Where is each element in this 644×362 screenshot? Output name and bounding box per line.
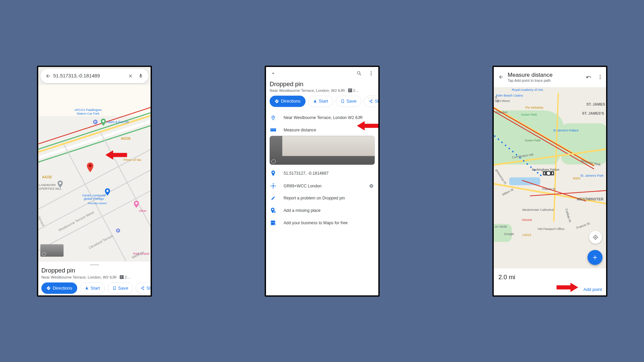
share-button[interactable]: Sha [364, 96, 378, 107]
pluscode-row[interactable]: GR89+WCC London ? [266, 180, 378, 192]
poi-recently-viewed: Recently viewed [88, 201, 106, 204]
back-icon[interactable] [43, 71, 53, 81]
poi-adam-eve[interactable]: Adam & Eve DD [106, 120, 129, 124]
store-pin-icon[interactable] [105, 188, 110, 195]
measure-subtitle: Tap Add point to trace path [507, 78, 583, 82]
directions-icon [274, 99, 279, 104]
share-icon [141, 286, 145, 290]
area-st-james: ST. JAMES'S [582, 111, 604, 115]
save-button[interactable]: Save [107, 282, 133, 294]
svg-text:?: ? [370, 184, 372, 187]
add-point-fab[interactable] [587, 250, 602, 265]
area-on-yards: on Yards [495, 225, 507, 229]
svg-point-19 [273, 183, 274, 184]
poi-westminster-cath[interactable]: Westminster Cathedral [522, 208, 553, 212]
svg-point-38 [508, 147, 510, 149]
distance-bar: 2.0 mi Add point [494, 268, 606, 295]
coordinates-row[interactable]: 51.5173127, -0.1814887 [266, 167, 378, 180]
share-button[interactable]: Sha [136, 282, 152, 294]
poi-royal-academy[interactable]: Royal Academy of Arts [512, 88, 543, 92]
svg-point-21 [275, 185, 276, 186]
report-problem-row[interactable]: Report a problem on Dropped pin [266, 192, 378, 204]
road-a4206-2: A4206 [42, 175, 52, 179]
poi-palm-beach[interactable]: Palm Beach Casino [496, 94, 523, 97]
phone-screenshot-2: Dropped pin Near Westbourne Terrace, Lon… [265, 65, 380, 296]
svg-point-43 [526, 163, 528, 165]
sheet-header [266, 67, 378, 80]
svg-marker-9 [105, 150, 127, 160]
svg-point-47 [540, 174, 541, 176]
road-a4206: A4206 [121, 136, 130, 140]
add-business-row[interactable]: Add your business to Maps for free [266, 217, 378, 229]
poi-green-park-station[interactable]: Green Park [521, 113, 537, 116]
directions-button[interactable]: Directions [41, 282, 77, 294]
svg-marker-54 [556, 283, 578, 292]
store-icon [269, 220, 277, 225]
road-terrace: Terrace [37, 215, 46, 227]
poi-centro[interactable]: Centro comercial global Thinkgo [82, 193, 105, 201]
search-icon[interactable] [355, 69, 363, 77]
lodging-pin-icon[interactable] [133, 200, 139, 208]
svg-point-31 [599, 76, 600, 77]
measure-title: Measure distance [507, 71, 583, 78]
directions-icon [46, 286, 51, 290]
dropped-pin-marker[interactable] [87, 162, 93, 172]
drag-handle[interactable] [90, 264, 99, 265]
collapse-icon[interactable] [269, 69, 277, 77]
locate-button[interactable] [589, 231, 602, 244]
clear-icon[interactable] [125, 71, 136, 81]
search-bar[interactable] [40, 69, 149, 83]
more-icon[interactable] [596, 74, 604, 80]
add-point-link[interactable]: Add point [583, 287, 602, 292]
help-icon[interactable]: ? [369, 183, 374, 188]
svg-point-13 [272, 116, 273, 117]
directions-button[interactable]: Directions [269, 96, 305, 107]
place-card[interactable]: Dropped pin Near Westbourne Terrace, Lon… [38, 261, 151, 295]
back-icon[interactable] [496, 74, 506, 80]
place-pin-icon[interactable] [101, 118, 106, 126]
navigate-icon [313, 99, 317, 103]
add-place-icon [269, 207, 277, 213]
mic-icon[interactable] [136, 71, 146, 81]
map-canvas[interactable]: APCOA Paddington Station Car Park Adam &… [38, 67, 151, 295]
svg-point-32 [599, 78, 600, 79]
poi-st-james-palace[interactable]: St James's Palace [553, 128, 579, 132]
poi-victoria[interactable]: Victoria [522, 218, 532, 222]
place-subtitle: Near Westbourne Terrace, London, W2 6JR … [41, 275, 147, 279]
add-place-row[interactable]: Add a missing place [266, 204, 378, 217]
poi-buckingham[interactable]: Buckingham Palace [532, 168, 559, 171]
svg-point-35 [497, 138, 499, 140]
poi-apcoa[interactable]: APCOA Paddington Station Car Park [74, 108, 101, 115]
parking-icon-2[interactable]: P [116, 228, 120, 233]
svg-point-46 [537, 172, 538, 174]
gray-pin-icon[interactable] [57, 180, 62, 188]
svg-point-44 [530, 166, 532, 168]
svg-point-36 [501, 141, 503, 143]
svg-point-22 [273, 187, 274, 188]
poi-wolseley[interactable]: The Wolseley [525, 106, 543, 109]
svg-marker-29 [357, 121, 379, 130]
start-button[interactable]: Start [308, 96, 333, 107]
streetview-thumbnail[interactable] [40, 244, 63, 256]
area-westminster: WESTMINSTER [577, 197, 603, 201]
poi-hm-passport[interactable]: HM Passport Office [537, 227, 564, 231]
more-icon[interactable] [367, 69, 375, 77]
undo-icon[interactable] [585, 74, 592, 80]
google-watermark: Google [504, 232, 514, 236]
road-a3213: A3213 [522, 233, 531, 237]
start-button[interactable]: Start [79, 282, 105, 294]
save-button[interactable]: Save [335, 96, 361, 107]
poi-st-james-park[interactable]: St. James's Park [580, 174, 603, 177]
parking-icon[interactable]: P [92, 119, 98, 125]
svg-point-42 [523, 160, 525, 162]
measure-header: Measure distance Tap Add point to trace … [494, 67, 606, 87]
road-b323: B323 [573, 176, 580, 180]
road-carlisle: Carlisle Pl [565, 208, 572, 223]
svg-point-39 [512, 151, 514, 153]
map-canvas[interactable]: Royal Academy of Arts Palm Beach Casino … [494, 87, 606, 268]
search-input[interactable] [53, 73, 125, 79]
streetview-banner[interactable] [269, 136, 374, 165]
svg-point-10 [371, 71, 372, 72]
road-cleveland: Cleveland Terrace [88, 234, 114, 250]
poi-ufton[interactable]: Ufton [139, 209, 146, 213]
